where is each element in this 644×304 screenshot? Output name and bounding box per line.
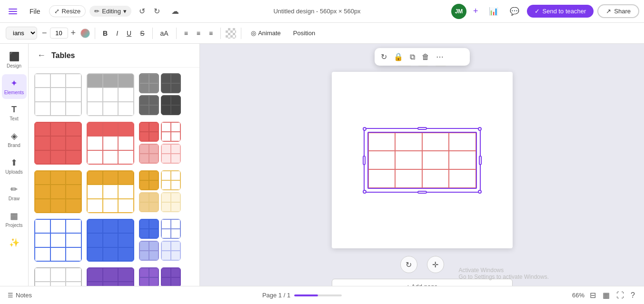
table-style-dark-3[interactable] <box>139 95 159 115</box>
canvas-rotate-button[interactable]: ↻ <box>400 256 417 273</box>
bottom-bar-left: ☰ Notes <box>8 292 32 299</box>
table-style-gray-header-large[interactable] <box>87 73 134 116</box>
canvas-table[interactable] <box>367 132 477 189</box>
resize-handle-top[interactable] <box>417 127 427 130</box>
table-style-yellow-bold-large[interactable] <box>34 170 82 213</box>
text-color-button[interactable] <box>80 29 90 38</box>
float-more-button[interactable]: ⋯ <box>435 51 445 63</box>
float-refresh-button[interactable]: ↻ <box>379 51 388 63</box>
table-cell[interactable] <box>395 169 422 188</box>
text-case-button[interactable]: aA <box>158 28 171 39</box>
table-style-blue-bold-large[interactable] <box>34 219 82 262</box>
resize-handle-right[interactable] <box>479 156 482 165</box>
table-cell[interactable] <box>449 151 476 169</box>
font-size-decrease-button[interactable]: − <box>40 28 49 38</box>
share-button[interactable]: ↗ Share <box>597 4 639 18</box>
sidebar-item-projects[interactable]: ▦ Projects <box>2 207 27 232</box>
canvas-move-button[interactable]: ✛ <box>427 256 444 273</box>
sidebar-item-draw[interactable]: ✏ Draw <box>2 180 27 205</box>
table-style-red-small-2[interactable] <box>161 122 181 142</box>
grid-view-button[interactable]: ▦ <box>601 289 611 301</box>
table-cell[interactable] <box>395 151 422 169</box>
table-cell[interactable] <box>422 151 449 169</box>
float-delete-button[interactable]: 🗑 <box>420 51 431 63</box>
position-button[interactable]: Position <box>288 28 320 39</box>
help-button[interactable]: ? <box>629 290 636 301</box>
table-style-blue-small-3[interactable] <box>139 241 159 261</box>
transparency-button[interactable] <box>226 28 236 39</box>
font-family-select[interactable]: ians <box>6 27 37 39</box>
add-collaborator-button[interactable]: + <box>470 5 481 17</box>
table-style-red-header-large[interactable] <box>87 122 134 165</box>
sidebar-item-brand[interactable]: ◈ Brand <box>2 127 27 152</box>
table-style-dark-2[interactable] <box>161 73 181 93</box>
cloud-save-button[interactable]: ☁ <box>168 4 183 18</box>
table-cell[interactable] <box>395 133 422 151</box>
table-style-blue-small-1[interactable] <box>139 219 159 239</box>
analytics-button[interactable]: 📊 <box>485 5 502 18</box>
table-style-white-large[interactable] <box>34 73 82 116</box>
align-right-button[interactable]: ≡ <box>206 28 216 39</box>
send-to-teacher-button[interactable]: ✓ Send to teacher <box>527 5 594 18</box>
check-icon: ✓ <box>535 8 540 15</box>
comment-button[interactable]: 💬 <box>506 5 523 18</box>
resize-handle-bl[interactable] <box>363 190 367 194</box>
table-cell[interactable] <box>368 169 396 188</box>
table-style-yellow-small-4[interactable] <box>161 192 181 212</box>
underline-button[interactable]: U <box>124 28 134 39</box>
resize-button[interactable]: ⤢ Resize <box>49 5 86 17</box>
sidebar-item-elements[interactable]: ✦ Elements <box>2 74 27 99</box>
italic-button[interactable]: I <box>113 28 121 39</box>
table-style-yellow-small-2[interactable] <box>161 170 181 190</box>
table-style-yellow-small-3[interactable] <box>139 192 159 212</box>
sidebar-item-magic[interactable]: ✨ <box>2 234 27 252</box>
table-style-red-small-1[interactable] <box>139 122 159 142</box>
editing-button[interactable]: ✏ Editing ▾ <box>89 6 131 17</box>
resize-handle-tr[interactable] <box>478 127 482 131</box>
resize-handle-left[interactable] <box>363 156 366 165</box>
panel-back-button[interactable]: ← <box>36 49 47 61</box>
table-style-dark-4[interactable] <box>161 95 181 115</box>
table-style-blue-header-large[interactable] <box>87 219 134 262</box>
table-style-red-small-4[interactable] <box>161 144 181 164</box>
resize-handle-bottom[interactable] <box>417 191 427 194</box>
sidebar-item-design[interactable]: ⬛ Design <box>2 48 27 72</box>
redo-button[interactable]: ↻ <box>150 4 164 18</box>
float-lock-button[interactable]: 🔒 <box>392 51 405 63</box>
table-style-yellow-header-large[interactable] <box>87 170 134 213</box>
page-progress-fill <box>294 294 318 296</box>
table-style-dark-1[interactable] <box>139 73 159 93</box>
table-style-blue-small-4[interactable] <box>161 241 181 261</box>
fullscreen-button[interactable]: ⛶ <box>615 290 625 301</box>
table-style-red-small-3[interactable] <box>139 144 159 164</box>
align-left-button[interactable]: ≡ <box>181 28 191 39</box>
table-cell[interactable] <box>449 169 476 188</box>
bold-button[interactable]: B <box>100 28 110 39</box>
table-cell[interactable] <box>368 133 396 151</box>
hamburger-menu-button[interactable] <box>5 7 21 16</box>
table-cell[interactable] <box>449 133 476 151</box>
table-cell[interactable] <box>422 169 449 188</box>
font-size-input[interactable] <box>50 28 68 39</box>
float-copy-button[interactable]: ⧉ <box>408 51 416 63</box>
sidebar-item-text[interactable]: T Text <box>2 101 27 125</box>
avatar[interactable]: JM <box>451 4 466 19</box>
resize-handle-br[interactable] <box>478 190 482 194</box>
table-cell[interactable] <box>422 133 449 151</box>
strikethrough-button[interactable]: S <box>137 28 147 39</box>
notes-button[interactable]: ☰ Notes <box>8 292 32 299</box>
file-button[interactable]: File <box>25 6 45 17</box>
font-size-increase-button[interactable]: + <box>69 28 78 38</box>
align-center-button[interactable]: ≡ <box>194 28 203 39</box>
table-cell[interactable] <box>368 151 396 169</box>
animate-button[interactable]: ◎ Animate <box>246 28 286 39</box>
table-style-blue-small-2[interactable] <box>161 219 181 239</box>
resize-handle-tl[interactable] <box>363 127 367 131</box>
zoom-slider-button[interactable]: ⊟ <box>588 289 597 301</box>
sidebar-item-uploads[interactable]: ⬆ Uploads <box>2 154 27 178</box>
undo-button[interactable]: ↺ <box>135 4 149 18</box>
table-style-purple-small-1[interactable] <box>139 267 159 287</box>
table-style-purple-small-2[interactable] <box>161 267 181 287</box>
table-style-red-bold-large[interactable] <box>34 122 82 165</box>
table-style-yellow-small-1[interactable] <box>139 170 159 190</box>
